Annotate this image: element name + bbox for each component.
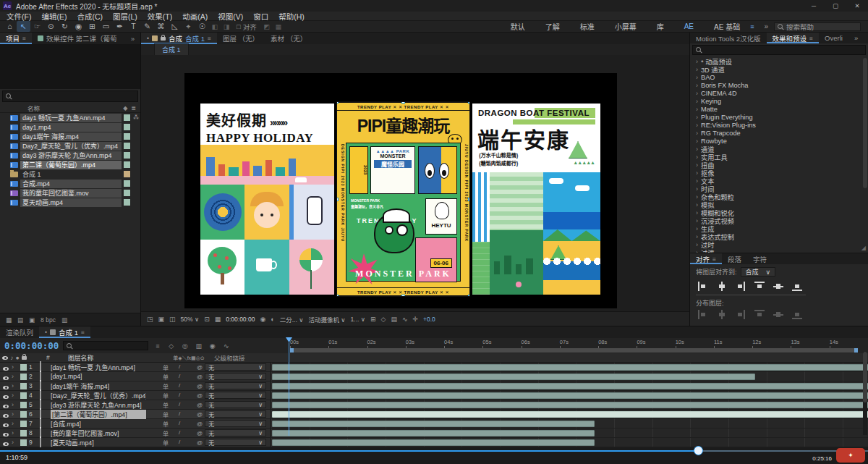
selection-handle[interactable] (401, 101, 405, 104)
snapshot-icon[interactable]: ◉ (260, 316, 265, 323)
puppet-pin-tool[interactable]: ☉ (195, 21, 209, 32)
layer-label-chip[interactable] (20, 364, 29, 371)
twirl-icon[interactable]: › (696, 225, 698, 232)
exposure-value[interactable]: +0.0 (423, 316, 435, 323)
tab-effect-controls[interactable]: 效果控件 第二课（葡萄 (32, 33, 123, 44)
layer-twirl-icon[interactable]: › (12, 392, 20, 399)
twirl-icon[interactable]: › (696, 217, 698, 224)
[合成.mp4][interactable]: › 7 [合成.mp4] 单 / @ 无 ∨ (0, 419, 868, 429)
day1端午 海报.mp4[interactable]: day1端午 海报.mp4 (0, 132, 140, 141)
viewer-timecode[interactable]: 0:00:00:00 (226, 316, 255, 323)
label-color-chip[interactable] (124, 190, 130, 196)
lock-icon[interactable] (161, 37, 166, 41)
pickwhip-icon[interactable]: @ (197, 430, 203, 436)
workspace-tab[interactable]: 默认 (501, 21, 535, 32)
tab-layer[interactable]: 图层 （无） (217, 33, 265, 44)
pickwhip-icon[interactable]: @ (197, 364, 203, 371)
visibility-eye-icon[interactable] (3, 442, 9, 446)
distribute-left-button[interactable] (697, 310, 708, 319)
layer-name[interactable]: [day1 畅玩一夏 九鱼Ann.mp4] (51, 363, 146, 372)
workspace-tab[interactable]: 标准 (570, 21, 605, 32)
layer-duration-bar[interactable] (272, 374, 755, 380)
day1.mp4[interactable]: day1.mp4 (0, 122, 140, 132)
label-color-chip[interactable] (124, 152, 130, 159)
align-top-button[interactable] (754, 282, 765, 291)
twirl-icon[interactable]: › (696, 201, 698, 208)
rotate-tool[interactable]: ↻ (58, 21, 72, 32)
label-color-chip[interactable] (124, 124, 130, 130)
label-color-chip[interactable] (124, 199, 130, 206)
twirl-icon[interactable]: › (696, 90, 698, 97)
quality-switch-icon[interactable]: / (179, 429, 180, 437)
parent-dropdown[interactable]: 无 ∨ (205, 401, 266, 408)
workspace-tab[interactable]: 库 (647, 21, 674, 32)
selection-tool[interactable]: ↖ (17, 21, 30, 32)
distribute-bottom-button[interactable] (791, 310, 802, 319)
twirl-icon[interactable]: › (696, 185, 698, 193)
column-tag-icon[interactable]: ◆ (123, 105, 127, 111)
pickwhip-icon[interactable]: @ (197, 402, 203, 408)
effect-category-row[interactable]: › 3D 通道 (690, 65, 868, 73)
layer-track-lane[interactable] (271, 391, 868, 400)
view-layout-dropdown[interactable]: 1... ∨ (351, 316, 365, 323)
tab-effects-presets[interactable]: 效果和预设 ≡ (767, 33, 819, 43)
tab-footage[interactable]: 素材 （无） (265, 33, 312, 44)
composition-canvas[interactable]: 美好假期 »»»» HAPPY HOLIDAY (184, 73, 617, 308)
twirl-icon[interactable]: › (696, 233, 698, 240)
file-name[interactable]: 合成 1 (20, 170, 122, 179)
effect-category-row[interactable]: › Plugin Everything (690, 113, 868, 121)
workspace-menu-icon[interactable]: ≡ (750, 23, 758, 30)
parent-dropdown[interactable]: 无 ∨ (205, 439, 266, 446)
menu-item[interactable]: 合成(C) (72, 11, 108, 22)
file-name[interactable]: day1 畅玩一夏 九鱼Ann.mp4 (20, 114, 122, 122)
motion-blur-icon[interactable]: ◉ (208, 342, 217, 350)
twirl-icon[interactable]: › (696, 82, 698, 89)
label-color-chip[interactable] (124, 161, 130, 168)
effect-category-row[interactable]: › 抠像 (690, 169, 868, 177)
[day3 游乐摩天轮 九鱼Ann.mp4][interactable]: › 5 [day3 游乐摩天轮 九鱼Ann.mp4] 单 / @ 无 ∨ (0, 400, 868, 410)
menu-item[interactable]: 窗口 (248, 11, 273, 22)
quality-switch-icon[interactable]: / (179, 439, 180, 447)
viewer-area[interactable]: 美好假期 »»»» HAPPY HOLIDAY (141, 55, 689, 311)
collapse-switch-icon[interactable]: 单 (163, 420, 169, 428)
frame-blending-icon[interactable]: ▥ (194, 342, 203, 350)
quality-switch-icon[interactable]: / (179, 373, 180, 381)
layer-duration-bar[interactable] (272, 421, 595, 427)
resolution-dropdown[interactable]: 二分... ∨ (280, 315, 304, 324)
file-name[interactable]: 夏天动画.mp4 (20, 198, 122, 207)
layer-label-chip[interactable] (20, 383, 29, 389)
file-name[interactable]: 第二课（葡萄乐园）.mp4 (20, 161, 122, 169)
label-color-chip[interactable] (124, 143, 130, 149)
timeline-button-icon[interactable]: ▤ (391, 316, 397, 323)
current-time-indicator[interactable] (289, 342, 289, 436)
twirl-icon[interactable]: › (696, 138, 698, 145)
current-time-display[interactable]: 0:00:00:00 (4, 340, 59, 351)
layer-name[interactable]: [Day2_摩天轮_雪儿（优秀）.mp4] (51, 391, 146, 400)
layer-twirl-icon[interactable]: › (12, 410, 20, 418)
snap-toggle[interactable]: □ 对齐 (237, 22, 257, 32)
align-to-dropdown[interactable]: 合成 ∨ (741, 267, 776, 277)
tab-motion-tools[interactable]: Motion Tools 2汉化版 (690, 33, 767, 43)
camera-tool[interactable]: ◉ (72, 21, 85, 32)
layer-duration-bar[interactable] (272, 402, 868, 408)
tab-overflow-icon[interactable]: » (125, 33, 140, 44)
selection-handle[interactable] (336, 295, 339, 297)
layer-label-chip[interactable] (20, 430, 29, 436)
tab-character[interactable]: 字符 (747, 253, 773, 264)
twirl-icon[interactable]: › (696, 114, 698, 121)
align-center-horizontal-button[interactable] (716, 282, 727, 291)
twirl-icon[interactable]: › (696, 74, 698, 81)
channel-settings-icon[interactable]: ◫ (169, 316, 176, 323)
selection-handle[interactable] (468, 295, 470, 297)
collapse-switch-icon[interactable]: 单 (163, 373, 169, 381)
distribute-top-button[interactable] (754, 310, 765, 319)
solo-column-icon[interactable]: ● (16, 354, 20, 361)
[第二课（葡萄乐园）.mp4][interactable]: › 6 [第二课（葡萄乐园）.mp4] 单 / @ 无 ∨ (0, 410, 868, 419)
twirl-icon[interactable]: › (696, 66, 698, 73)
interpret-footage-icon[interactable]: ▦ (6, 316, 12, 324)
layer-name[interactable]: [day1.mp4] (51, 373, 146, 380)
menu-item[interactable]: 效果(T) (142, 11, 177, 22)
twirl-icon[interactable]: › (696, 122, 698, 129)
quality-switch-icon[interactable]: / (179, 420, 180, 428)
quality-switch-icon[interactable]: / (179, 410, 180, 418)
